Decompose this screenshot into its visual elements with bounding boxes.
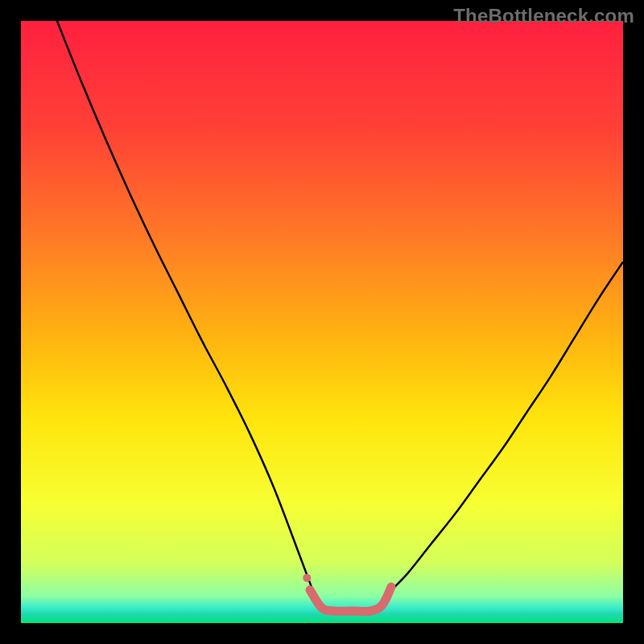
plot-area xyxy=(21,21,623,623)
marker-dot xyxy=(303,574,311,582)
curves-layer xyxy=(21,21,623,623)
series-right-arm xyxy=(382,262,623,599)
chart-frame: TheBottleneck.com xyxy=(0,0,644,644)
series-left-arm xyxy=(57,21,316,599)
watermark-text: TheBottleneck.com xyxy=(453,5,634,27)
series-bottom-highlight xyxy=(310,587,391,612)
